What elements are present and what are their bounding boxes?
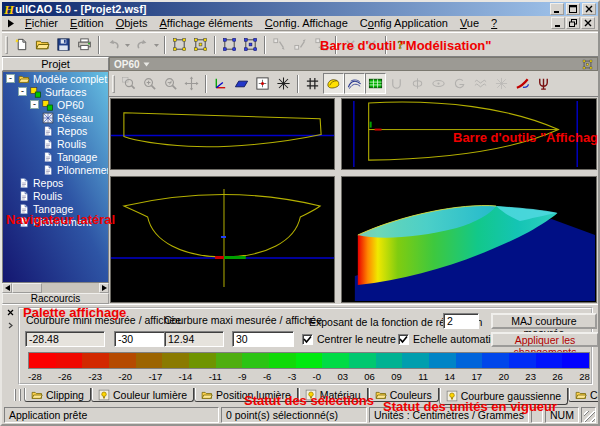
viewport-grid — [109, 97, 598, 304]
colorbar-tick-label: 17 — [471, 371, 482, 382]
menu-config-application[interactable]: Config Application — [354, 17, 454, 29]
viewport-3d[interactable] — [341, 176, 597, 303]
menu-config-affichage[interactable]: Config. Affichage — [259, 17, 354, 29]
auto-scale-checkbox[interactable] — [398, 334, 409, 345]
mdi-document-icon[interactable] — [7, 19, 15, 28]
scroll-right-button[interactable] — [99, 283, 109, 293]
update-curvature-button[interactable]: MAJ courbure mesurée — [491, 313, 597, 329]
tree-item-label: Roulis — [57, 138, 86, 150]
net-yellow-b-button[interactable] — [190, 34, 211, 55]
axes-triad-button[interactable] — [210, 73, 231, 94]
g-swirl-icon — [452, 76, 467, 91]
view-plane-button[interactable] — [231, 73, 252, 94]
tree-item-pilonnement[interactable]: Pilonnement — [3, 163, 108, 176]
tree-item-repos[interactable]: Repos — [3, 124, 108, 137]
undo-dropdown-arrow-icon[interactable] — [124, 35, 132, 55]
tree-item-label: Modèle complet — [33, 73, 107, 85]
tab-courbure-moyenne[interactable]: Courbure moyenne — [568, 388, 600, 402]
tabs-grip[interactable] — [19, 389, 21, 401]
menu-vue[interactable]: Vue — [454, 17, 485, 29]
menu-fichier[interactable]: Fichier — [19, 17, 64, 29]
exponent-input[interactable] — [443, 313, 479, 329]
net-blue-b-button[interactable] — [240, 34, 261, 55]
toolbar-grip[interactable] — [112, 75, 115, 93]
tree-item-tangage[interactable]: Tangage — [3, 150, 108, 163]
tree-item-surfaces[interactable]: -Surfaces — [3, 85, 108, 98]
tree-expander-icon[interactable]: - — [30, 100, 39, 109]
redo-dropdown-arrow-icon[interactable] — [153, 35, 161, 55]
tree-item-reseau[interactable]: Réseau — [3, 111, 108, 124]
surface-solid-icon — [326, 76, 341, 91]
mdi-minimize-button[interactable] — [551, 17, 565, 29]
net-blue-a-button[interactable] — [219, 34, 240, 55]
maximize-button[interactable] — [566, 3, 580, 15]
viewport-body[interactable] — [110, 176, 335, 303]
toolbar-separator — [264, 36, 266, 54]
new-document-button[interactable] — [11, 34, 32, 55]
net-yellow-a-button[interactable] — [169, 34, 190, 55]
minimize-button[interactable] — [550, 3, 564, 15]
tree-item-repos[interactable]: Repos — [3, 176, 108, 189]
brush-red-blue-button[interactable] — [512, 73, 533, 94]
palette-expand-button[interactable] — [5, 320, 15, 330]
palette-close-button[interactable] — [5, 307, 15, 317]
colorbar-segment — [242, 353, 269, 368]
tab-couleur-lumiere[interactable]: Couleur lumière — [91, 388, 194, 402]
tabs-grip[interactable] — [14, 389, 16, 401]
colorbar-segment — [82, 353, 109, 368]
selector-dropdown-icon[interactable] — [143, 62, 150, 67]
center-neutral-checkbox[interactable] — [302, 334, 313, 345]
menu-objets[interactable]: Objets — [110, 17, 154, 29]
scrollbar-thumb[interactable] — [12, 283, 42, 293]
close-icon — [585, 5, 593, 13]
viewport-profile[interactable] — [110, 98, 335, 170]
shortcuts-button[interactable]: Raccourcis — [2, 293, 109, 304]
tree-item-op60[interactable]: -OP60 — [3, 98, 108, 111]
psi-trident-icon — [536, 76, 551, 91]
grid-green-button[interactable] — [365, 73, 386, 94]
save-button[interactable] — [53, 34, 74, 55]
mdi-restore-button[interactable] — [566, 17, 580, 29]
toolbar-grip[interactable] — [5, 36, 8, 54]
render-star-button[interactable] — [273, 73, 294, 94]
node-gray-1-icon — [272, 37, 287, 52]
colorbar-ticks: -28-26-23-20-17-14-11-9-6-3-003060911141… — [28, 371, 590, 382]
scroll-left-button[interactable] — [2, 283, 12, 293]
surface-wire-button[interactable] — [344, 73, 365, 94]
tree-item-modele-complet[interactable]: -Modèle complet — [3, 72, 108, 85]
tree-item-label: Roulis — [33, 190, 62, 202]
close-button[interactable] — [582, 3, 596, 15]
palette-expand-icon — [8, 322, 13, 329]
doc-icon — [42, 138, 54, 150]
tree-item-roulis[interactable]: Roulis — [3, 189, 108, 202]
grid-hash-button[interactable] — [302, 73, 323, 94]
open-folder-button[interactable] — [32, 34, 53, 55]
max-displayed-input[interactable] — [232, 331, 294, 347]
project-panel-header[interactable]: Projet — [2, 57, 109, 71]
tab-clipping[interactable]: Clipping — [24, 388, 91, 402]
surface-icon — [42, 99, 54, 111]
open-folder-icon — [35, 37, 50, 52]
colorbar-tick-label: -11 — [209, 371, 222, 382]
resize-grip[interactable] — [584, 411, 595, 422]
center-view-button[interactable] — [252, 73, 273, 94]
surface-solid-button[interactable] — [323, 73, 344, 94]
menu-affichage-elements[interactable]: Affichage éléments — [153, 17, 258, 29]
surface-selector[interactable]: OP60 — [114, 59, 140, 70]
apply-changes-button[interactable]: Appliquer les changements — [491, 332, 599, 347]
menu-[interactable]: ? — [485, 17, 503, 29]
tree-expander-icon[interactable]: - — [18, 87, 27, 96]
title-bar: H ullCAO 5.0 - [Projet2.wsf] — [2, 2, 598, 16]
tree-horizontal-scrollbar[interactable] — [2, 283, 109, 293]
psi-trident-button[interactable] — [533, 73, 554, 94]
wave-box-icon — [473, 76, 488, 91]
render-star-icon — [276, 76, 291, 91]
zoom-plus-button — [139, 73, 160, 94]
tree-expander-icon[interactable]: - — [6, 74, 15, 83]
surface-node-icon[interactable] — [582, 59, 593, 70]
menu-edition[interactable]: Edition — [64, 17, 110, 29]
print-button[interactable] — [74, 34, 95, 55]
tree-item-roulis[interactable]: Roulis — [3, 137, 108, 150]
mdi-close-button[interactable] — [581, 17, 595, 29]
undo-button — [103, 34, 124, 55]
